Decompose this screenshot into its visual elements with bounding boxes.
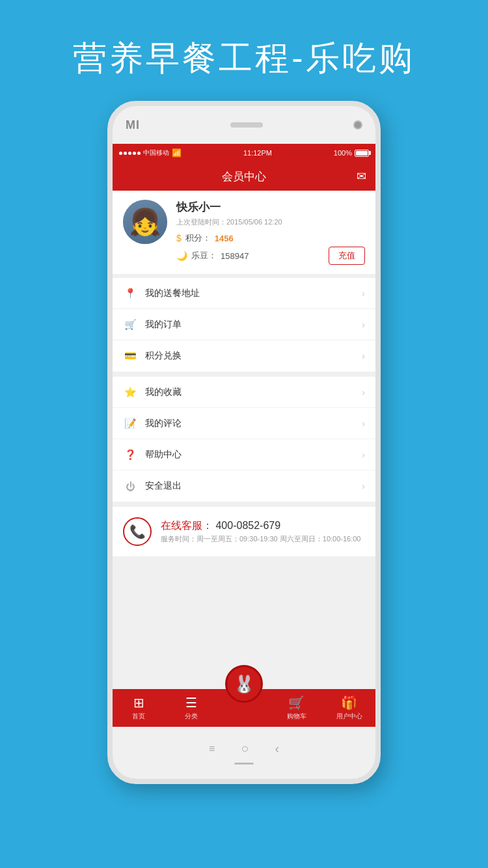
battery-percent: 100% [334, 149, 352, 157]
last-login: 上次登陆时间：2015/05/06 12:20 [176, 217, 365, 227]
menu-section-2: ⭐ 我的收藏 › 📝 我的评论 › ❓ 帮助中心 › [113, 377, 375, 502]
arrow-icon-6: › [362, 450, 365, 460]
customer-service: 📞 在线客服： 400-0852-679 服务时间：周一至周五：09:30-19… [113, 507, 375, 556]
menu-label-points-exchange: 积分兑换 [145, 350, 362, 362]
app-header: 会员中心 ✉ [113, 162, 375, 191]
phone-bottom: ≡ ○ ‹ [113, 727, 375, 779]
user-name: 快乐小一 [176, 200, 365, 215]
menu-item-delivery[interactable]: 📍 我的送餐地址 › [113, 278, 375, 309]
user-profile: 快乐小一 上次登陆时间：2015/05/06 12:20 $ 积分： 1456 [113, 191, 375, 274]
arrow-icon-2: › [362, 319, 365, 330]
gift-icon: 🎁 [341, 695, 357, 711]
scroll-content: 快乐小一 上次登陆时间：2015/05/06 12:20 $ 积分： 1456 [113, 191, 375, 689]
cs-number: 在线客服： 400-0852-679 [161, 519, 365, 533]
phone-bottom-buttons: ≡ ○ ‹ [209, 741, 279, 756]
help-icon: ❓ [123, 449, 137, 461]
power-icon: ⏻ [123, 481, 137, 492]
wifi-icon: 📶 [172, 148, 182, 157]
phone-speaker [230, 122, 263, 128]
cs-info: 在线客服： 400-0852-679 服务时间：周一至周五：09:30-19:3… [161, 519, 365, 544]
menu-item-logout[interactable]: ⏻ 安全退出 › [113, 470, 375, 502]
user-info: 快乐小一 上次登陆时间：2015/05/06 12:20 $ 积分： 1456 [176, 200, 365, 265]
avatar [123, 200, 167, 244]
nav-category-label: 分类 [185, 712, 198, 721]
location-icon: 📍 [123, 288, 137, 299]
ledou-row: 🌙 乐豆： 158947 [176, 250, 249, 262]
back-hw-button[interactable]: ‹ [275, 741, 279, 756]
star-icon: ⭐ [123, 387, 137, 398]
home-indicator [234, 763, 254, 765]
menu-section-1: 📍 我的送餐地址 › 🛒 我的订单 › 💳 积分兑换 › [113, 278, 375, 372]
nav-cart[interactable]: 🛒 购物车 [270, 695, 323, 721]
menu-label-help: 帮助中心 [145, 449, 362, 461]
menu-label-favorites: 我的收藏 [145, 387, 362, 398]
phone-top-bar: MI [113, 106, 375, 144]
status-bar: 中国移动 📶 11:12PM 100% [113, 144, 375, 162]
home-icon: ⊞ [133, 695, 144, 711]
menu-label-delivery: 我的送餐地址 [145, 288, 362, 299]
menu-label-logout: 安全退出 [145, 480, 362, 492]
ledou-label: 乐豆： [191, 250, 217, 262]
menu-label-comments: 我的评论 [145, 418, 362, 429]
cs-hours: 服务时间：周一至周五：09:30-19:30 周六至周日：10:00-16:00 [161, 534, 365, 544]
menu-label-orders: 我的订单 [145, 319, 362, 331]
menu-item-favorites[interactable]: ⭐ 我的收藏 › [113, 377, 375, 408]
cs-label: 在线客服： [161, 520, 213, 531]
mail-icon[interactable]: ✉ [357, 169, 366, 183]
status-left: 中国移动 📶 [119, 148, 182, 157]
cart-icon: 🛒 [123, 319, 137, 331]
rabbit-button[interactable]: 🐰 [225, 665, 263, 703]
menu-item-help[interactable]: ❓ 帮助中心 › [113, 439, 375, 470]
bottom-nav: ⊞ 首页 ☰ 分类 🐰 🛒 购物车 [113, 689, 375, 727]
points-row: $ 积分： 1456 [176, 232, 365, 244]
nav-home[interactable]: ⊞ 首页 [113, 695, 165, 721]
menu-item-comments[interactable]: 📝 我的评论 › [113, 408, 375, 439]
nav-user-label: 用户中心 [336, 712, 362, 721]
dollar-icon: $ [176, 233, 182, 243]
menu-item-points-exchange[interactable]: 💳 积分兑换 › [113, 340, 375, 372]
points-label: 积分： [185, 232, 211, 244]
arrow-icon-3: › [362, 351, 365, 361]
points-value: 1456 [215, 234, 234, 243]
nav-user-center[interactable]: 🎁 用户中心 [323, 695, 375, 721]
signal-dots [119, 152, 141, 155]
rabbit-icon: 🐰 [234, 674, 254, 694]
shopping-cart-icon: 🛒 [288, 695, 305, 711]
status-time: 11:12PM [243, 149, 272, 157]
ledou-value: 158947 [221, 251, 249, 261]
mi-logo: MI [126, 118, 140, 132]
phone-mockup: MI 中国移动 [0, 101, 488, 784]
nav-home-label: 首页 [132, 712, 145, 721]
status-right: 100% [334, 149, 369, 157]
menu-item-orders[interactable]: 🛒 我的订单 › [113, 309, 375, 340]
app-header-title: 会员中心 [222, 169, 266, 184]
nav-category[interactable]: ☰ 分类 [165, 695, 218, 721]
menu-hw-button[interactable]: ≡ [209, 743, 215, 755]
cs-phone-icon: 📞 [123, 517, 152, 546]
arrow-icon-1: › [362, 288, 365, 299]
arrow-icon-7: › [362, 481, 365, 491]
battery-icon [355, 150, 369, 157]
comment-icon: 📝 [123, 418, 137, 429]
cs-phone: 400-0852-679 [215, 520, 280, 531]
coin-icon: 🌙 [176, 251, 187, 261]
phone-camera [353, 120, 362, 129]
nav-cart-label: 购物车 [287, 712, 306, 721]
recharge-button[interactable]: 充值 [329, 247, 365, 265]
home-hw-button[interactable]: ○ [241, 741, 249, 756]
category-icon: ☰ [185, 695, 197, 711]
page-title: 营养早餐工程-乐吃购 [0, 0, 488, 101]
phone-screen: 中国移动 📶 11:12PM 100% 会员中心 ✉ [113, 144, 375, 727]
carrier-label: 中国移动 [143, 148, 169, 157]
arrow-icon-5: › [362, 418, 365, 429]
card-icon: 💳 [123, 350, 137, 362]
arrow-icon-4: › [362, 387, 365, 398]
